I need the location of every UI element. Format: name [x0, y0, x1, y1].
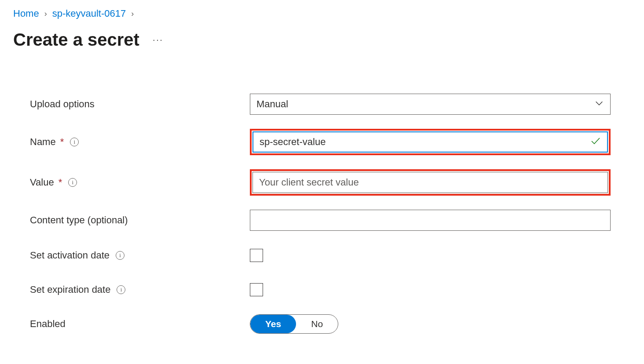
row-value: Value * i	[30, 169, 631, 196]
content-type-input[interactable]	[250, 210, 611, 231]
row-name: Name * i	[30, 129, 631, 155]
chevron-right-icon: ›	[131, 9, 134, 18]
page-title: Create a secret	[13, 30, 139, 50]
label-value: Value * i	[30, 177, 250, 188]
upload-options-select[interactable]: Manual	[250, 94, 611, 115]
enabled-no-button[interactable]: No	[296, 315, 338, 333]
title-row: Create a secret ···	[13, 30, 631, 50]
more-actions-button[interactable]: ···	[153, 34, 163, 46]
label-upload-options: Upload options	[30, 98, 250, 110]
control-value	[250, 169, 611, 196]
enabled-toggle: Yes No	[250, 314, 338, 334]
label-content-type: Content type (optional)	[30, 215, 250, 226]
control-activation-date	[250, 249, 611, 262]
row-activation-date: Set activation date i	[30, 245, 631, 266]
label-text: Name	[30, 136, 56, 148]
control-content-type	[250, 210, 611, 231]
name-input[interactable]	[252, 131, 608, 153]
breadcrumb: Home › sp-keyvault-0617 ›	[13, 8, 631, 19]
control-upload-options: Manual	[250, 94, 611, 115]
label-expiration-date: Set expiration date i	[30, 284, 250, 295]
control-expiration-date	[250, 283, 611, 296]
row-upload-options: Upload options Manual	[30, 94, 631, 115]
form: Upload options Manual Name * i	[13, 94, 631, 335]
enabled-yes-button[interactable]: Yes	[250, 315, 296, 333]
label-text: Set activation date	[30, 250, 110, 261]
breadcrumb-home[interactable]: Home	[13, 8, 39, 19]
label-text: Set expiration date	[30, 284, 110, 295]
control-name	[250, 129, 611, 155]
select-value: Manual	[256, 98, 288, 110]
required-indicator: *	[60, 136, 64, 148]
chevron-right-icon: ›	[44, 9, 47, 18]
label-text: Content type (optional)	[30, 215, 128, 226]
highlight-name	[250, 129, 611, 155]
info-icon[interactable]: i	[70, 138, 79, 146]
label-text: Upload options	[30, 98, 95, 110]
info-icon[interactable]: i	[116, 251, 124, 260]
label-name: Name * i	[30, 136, 250, 148]
label-enabled: Enabled	[30, 318, 250, 330]
label-text: Enabled	[30, 318, 66, 330]
expiration-date-checkbox[interactable]	[250, 283, 263, 296]
label-text: Value	[30, 177, 54, 188]
row-content-type: Content type (optional)	[30, 210, 631, 231]
info-icon[interactable]: i	[117, 285, 125, 294]
control-enabled: Yes No	[250, 314, 611, 334]
value-input[interactable]	[252, 172, 608, 193]
label-activation-date: Set activation date i	[30, 250, 250, 261]
activation-date-checkbox[interactable]	[250, 249, 263, 262]
breadcrumb-vault[interactable]: sp-keyvault-0617	[52, 8, 126, 19]
highlight-value	[250, 169, 611, 196]
required-indicator: *	[59, 177, 62, 188]
info-icon[interactable]: i	[68, 178, 77, 187]
checkmark-icon	[590, 135, 601, 149]
row-expiration-date: Set expiration date i	[30, 279, 631, 300]
row-enabled: Enabled Yes No	[30, 313, 631, 335]
chevron-down-icon	[594, 98, 604, 110]
